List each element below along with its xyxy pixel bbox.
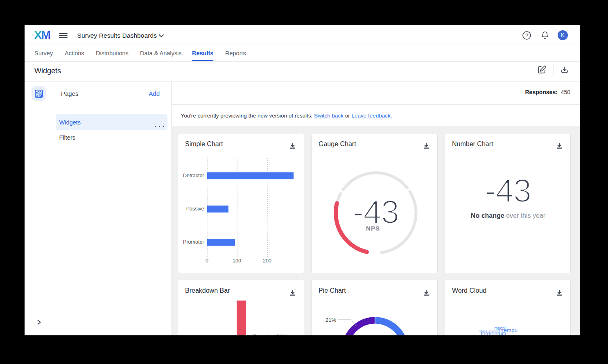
svg-text:?: ? — [525, 33, 528, 38]
